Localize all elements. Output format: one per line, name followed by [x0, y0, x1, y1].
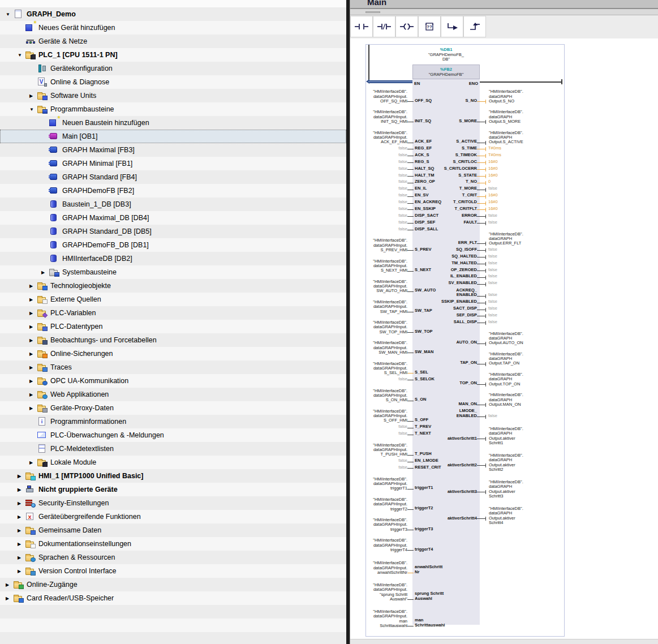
chevron-collapsed-icon[interactable]: ▶: [6, 582, 14, 587]
output-operand[interactable]: "HMIInterfaceDB".dataGRAPHOutput.aktiver…: [486, 506, 523, 525]
tree-item-programmbausteine[interactable]: ▼Programmbausteine: [0, 102, 346, 116]
instance-db-name[interactable]: "GRAPHDemoFB_DB": [412, 53, 480, 62]
output-operand[interactable]: "HMIInterfaceDB".dataGRAPHOutput.ERR_FLT: [486, 232, 523, 246]
fb-name[interactable]: "GRAPHDemoFB": [413, 72, 479, 77]
chevron-collapsed-icon[interactable]: ▶: [29, 351, 37, 357]
input-value[interactable]: false: [366, 207, 407, 212]
tree-item-online-diagnose[interactable]: VOnline & Diagnose: [0, 75, 346, 89]
tree-item-graph-standard-fb4[interactable]: GRAPH Standard [FB4]: [0, 170, 346, 184]
chevron-collapsed-icon[interactable]: ▶: [41, 270, 49, 275]
input-operand[interactable]: "HMIInterfaceDB".dataGRAPHInput.OFF_SQ_H…: [366, 89, 407, 104]
output-pin[interactable]: S_CRITLOCERR: [412, 166, 477, 171]
chevron-collapsed-icon[interactable]: ▶: [29, 338, 37, 343]
tree-item-plc-1-cpu-1511-1-pn[interactable]: ▼PLC_1 [CPU 1511-1 PN]: [0, 48, 346, 62]
output-value[interactable]: false: [486, 293, 497, 298]
fb-number[interactable]: %FB2: [413, 67, 479, 72]
input-operand[interactable]: "HMIInterfaceDB".dataGRAPHInput.S_NEXT_H…: [366, 259, 407, 273]
tree-item-technologieobjekte[interactable]: ▶Technologieobjekte: [0, 279, 346, 293]
chevron-collapsed-icon[interactable]: ▶: [18, 555, 25, 560]
output-value[interactable]: false: [486, 320, 497, 325]
input-operand[interactable]: "HMIInterfaceDB".dataGRAPHInput."sprung …: [366, 583, 407, 602]
output-value[interactable]: false: [486, 186, 497, 191]
output-value[interactable]: false: [486, 254, 497, 259]
output-operand[interactable]: "HMIInterfaceDB".dataGRAPHOutput.MAN_ON: [486, 393, 523, 407]
input-operand[interactable]: "HMIInterfaceDB".dataGRAPHInput.INIT_SQ_…: [366, 110, 407, 124]
tree-item-nicht-gruppierte-geräte[interactable]: ▶Nicht gruppierte Geräte: [0, 483, 346, 496]
chevron-collapsed-icon[interactable]: ▶: [29, 365, 37, 370]
output-operand[interactable]: "HMIInterfaceDB".dataGRAPHOutput.aktiver…: [486, 453, 523, 472]
input-value[interactable]: false: [366, 146, 407, 151]
input-value[interactable]: false: [366, 173, 407, 178]
tree-item-baustein-1-db-db3[interactable]: Baustein_1_DB [DB3]: [0, 198, 346, 211]
output-operand[interactable]: "HMIInterfaceDB".dataGRAPHOutput.TOP_ON: [486, 372, 523, 387]
input-operand[interactable]: "HMIInterfaceDB".dataGRAPHInput.S_PREV_H…: [366, 238, 407, 252]
tree-item-software-units[interactable]: ▶Software Units: [0, 89, 346, 102]
output-pin[interactable]: S_CRITLOC: [412, 160, 477, 165]
tree-item-main-ob1[interactable]: Main [OB1]: [0, 130, 346, 143]
tree-item-online-zugänge[interactable]: ▶Online-Zugänge: [0, 578, 346, 591]
output-value[interactable]: 0: [486, 179, 491, 184]
output-pin[interactable]: SALL_DISP: [412, 320, 477, 325]
output-pin[interactable]: SQ_HALTED: [412, 254, 477, 259]
output-pin[interactable]: aktiverSchritt4: [412, 516, 477, 521]
output-operand[interactable]: "HMIInterfaceDB".dataGRAPHOutput.S_MORE: [486, 110, 523, 124]
tree-item-security-einstellungen[interactable]: ▶Security-Einstellungen: [0, 496, 346, 510]
tree-item-plc-meldetextlisten[interactable]: PLC-Meldetextlisten: [0, 442, 346, 456]
input-pin[interactable]: anwahlSchrittNr: [414, 565, 442, 574]
output-pin[interactable]: TAP_ON: [412, 360, 477, 366]
input-value[interactable]: false: [366, 193, 407, 198]
output-value[interactable]: false: [486, 268, 497, 273]
output-pin[interactable]: T_MORE: [412, 186, 477, 191]
output-value[interactable]: false: [486, 414, 497, 419]
tree-item-neues-gerät-hinzufügen[interactable]: *Neues Gerät hinzufügen: [0, 21, 346, 35]
lad-button-open-branch[interactable]: [441, 16, 463, 37]
output-operand[interactable]: "HMIInterfaceDB".dataGRAPHOutput.AUTO_ON: [486, 332, 523, 346]
tree-item-programminformationen[interactable]: iProgramminformationen: [0, 415, 346, 428]
output-pin[interactable]: SQ_ISOFF: [412, 247, 477, 252]
lad-button-close-branch[interactable]: [463, 16, 486, 37]
tree-item-opc-ua-kommunikation[interactable]: ▶OPC UA-Kommunikation: [0, 374, 346, 388]
output-pin[interactable]: aktiverSchritt2: [412, 463, 477, 468]
output-pin[interactable]: aktiverSchritt3: [412, 490, 477, 495]
tree-item-graph-demo[interactable]: ▼GRAPH_Demo: [0, 7, 346, 21]
output-pin[interactable]: SEF_DISP: [412, 313, 477, 318]
tree-item-online-sicherungen[interactable]: ▶Online-Sicherungen: [0, 347, 346, 360]
output-pin[interactable]: TM_HALTED: [412, 261, 477, 266]
tree-item-plc-variablen[interactable]: ▶PLC-Variablen: [0, 306, 346, 320]
output-pin[interactable]: aktiverSchritt1: [412, 436, 477, 441]
fb-block-header[interactable]: %FB2 "GRAPHDemoFB": [412, 65, 480, 79]
output-pin[interactable]: T_CRITOLD: [412, 200, 477, 205]
tree-item-dokumentationseinstellungen[interactable]: ▶Dokumentationseinstellungen: [0, 537, 346, 551]
input-operand[interactable]: "HMIInterfaceDB".dataGRAPHInput.SW_TAP_H…: [366, 300, 407, 314]
output-pin[interactable]: SSKIP_ENABLED: [412, 299, 477, 304]
output-pin[interactable]: T_CRIT: [412, 193, 477, 198]
output-pin[interactable]: SACT_DISP: [412, 306, 477, 311]
input-value[interactable]: false: [366, 153, 407, 158]
chevron-collapsed-icon[interactable]: ▶: [29, 406, 37, 411]
output-value[interactable]: 16#0: [486, 173, 498, 178]
input-operand[interactable]: "HMIInterfaceDB".dataGRAPHInput.S_SEL_HM…: [366, 362, 407, 376]
input-operand[interactable]: "HMIInterfaceDB".dataGRAPHInput.ACK_EF_H…: [366, 131, 407, 145]
chevron-collapsed-icon[interactable]: ▶: [29, 297, 37, 302]
output-pin[interactable]: T_NO: [412, 179, 477, 184]
tree-item-neuen-baustein-hinzufügen[interactable]: *Neuen Baustein hinzufügen: [0, 116, 346, 130]
output-value[interactable]: false: [486, 313, 497, 318]
chevron-collapsed-icon[interactable]: ▶: [29, 379, 37, 384]
input-value[interactable]: false: [366, 424, 407, 430]
output-operand[interactable]: "HMIInterfaceDB".dataGRAPHOutput.S_ACTIV…: [486, 131, 523, 145]
output-value[interactable]: false: [486, 213, 497, 218]
input-value[interactable]: false: [366, 200, 407, 205]
chevron-expanded-icon[interactable]: ▼: [6, 12, 14, 17]
chevron-expanded-icon[interactable]: ▼: [18, 53, 25, 58]
chevron-collapsed-icon[interactable]: ▶: [6, 596, 14, 601]
output-pin[interactable]: ERROR: [412, 213, 477, 218]
tree-item-gemeinsame-daten[interactable]: ▶Gemeinsame Daten: [0, 523, 346, 537]
input-operand[interactable]: "HMIInterfaceDB".dataGRAPHInput.triggerT…: [366, 538, 407, 552]
output-value[interactable]: false: [486, 274, 497, 279]
output-pin[interactable]: AUTO_ON: [412, 340, 477, 345]
output-pin[interactable]: S_TIME: [412, 146, 477, 151]
chevron-collapsed-icon[interactable]: ▶: [29, 311, 37, 316]
chevron-collapsed-icon[interactable]: ▶: [29, 93, 37, 98]
input-pin[interactable]: triggerT3: [414, 527, 433, 532]
output-pin[interactable]: SV_ENABLED: [412, 281, 477, 286]
